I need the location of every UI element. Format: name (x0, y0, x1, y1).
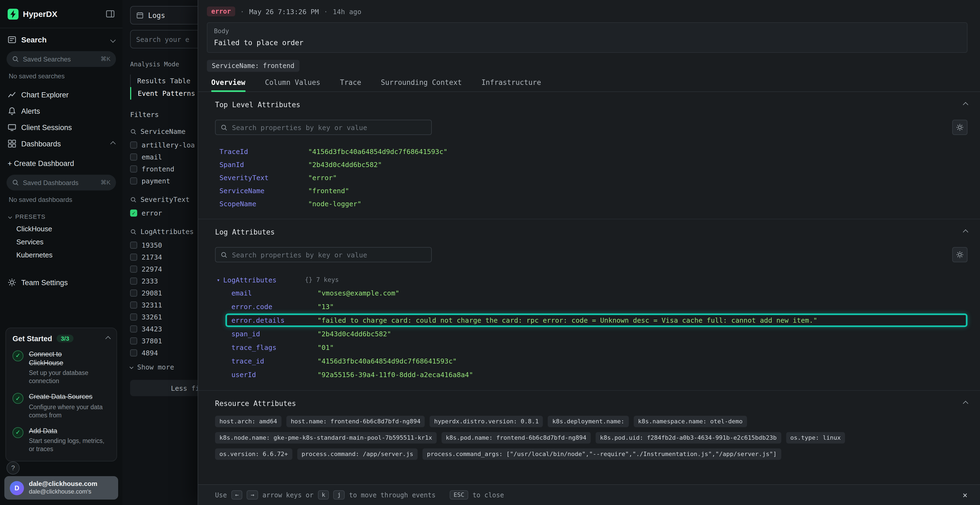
checkbox[interactable] (130, 153, 137, 160)
get-started-item[interactable]: Create Data Sources Configure where your… (13, 393, 110, 419)
filter-option-label: error (142, 209, 162, 217)
source-label: Logs (148, 11, 165, 19)
attribute-value[interactable]: "2b43d0c4dd6bc582" (308, 160, 382, 168)
attribute-key[interactable]: SpanId (220, 160, 308, 168)
attribute-value[interactable]: "failed to charge card: could not charge… (317, 316, 817, 324)
preset-clickhouse[interactable]: ClickHouse (0, 222, 123, 235)
gear-icon (956, 124, 964, 131)
attribute-key[interactable]: SeverityText (220, 173, 308, 181)
attribute-value[interactable]: "frontend" (308, 186, 349, 195)
sidebar-item-client-sessions[interactable]: Client Sessions (0, 119, 123, 135)
checkbox[interactable] (130, 277, 137, 284)
resource-attribute-chip[interactable]: os.version: 6.6.72+ (215, 448, 293, 460)
checkbox[interactable] (130, 177, 137, 184)
attribute-value[interactable]: "4156d3fbc40a64854d9dc7f68641593c" (308, 147, 447, 156)
sidebar-item-chart-explorer[interactable]: Chart Explorer (0, 87, 123, 103)
event-relative-time: 14h ago (332, 7, 361, 16)
checkbox[interactable] (130, 349, 137, 356)
user-menu[interactable]: D dale@clickhouse.com dale@clickhouse.co… (4, 476, 118, 500)
resource-attribute-chip[interactable]: hyperdx.distro.version: 0.8.1 (430, 416, 543, 427)
checkbox[interactable] (130, 253, 137, 260)
resource-attribute-chip[interactable]: k8s.node.name: gke-pme-k8s-standard-main… (215, 432, 436, 443)
checkbox[interactable] (130, 265, 137, 272)
attribute-value[interactable]: "error" (308, 173, 337, 181)
footer-text: to close (473, 491, 504, 499)
presets-toggle[interactable]: PRESETS (0, 207, 123, 222)
resource-attribute-chip[interactable]: host.name: frontend-6b6c8d7bfd-ng894 (286, 416, 425, 427)
attribute-value[interactable]: "13" (317, 303, 334, 311)
search-section-icon (8, 35, 16, 44)
shortcut-badge: ⌘K (100, 179, 111, 186)
resource-attribute-chip[interactable]: process.command: /app/server.js (297, 448, 418, 460)
settings-gear-button[interactable] (952, 247, 967, 262)
collapse-sidebar-icon[interactable] (106, 9, 115, 19)
attribute-value[interactable]: "4156d3fbc40a64854d9dc7f68641593c" (317, 357, 457, 365)
attribute-value[interactable]: "vmoses@example.com" (317, 289, 399, 297)
sidebar-item-dashboards[interactable]: Dashboards (0, 135, 123, 152)
sidebar-item-team-settings[interactable]: Team Settings (0, 274, 123, 291)
attribute-value[interactable]: "node-logger" (308, 199, 361, 208)
top-level-search-input[interactable]: Search properties by key or value (215, 120, 432, 135)
checkbox[interactable] (130, 165, 137, 172)
resource-attribute-chips: host.arch: amd64 host.name: frontend-6b6… (215, 416, 917, 460)
preset-services[interactable]: Services (0, 235, 123, 248)
attribute-key[interactable]: trace_flags (231, 343, 317, 351)
attribute-row: ScopeName"node-logger" (220, 197, 967, 210)
resource-attribute-chip[interactable]: k8s.pod.uid: f284fb2d-a0b3-4634-991b-e2c… (596, 432, 781, 443)
attribute-key[interactable]: trace_id (231, 357, 317, 365)
get-started-item[interactable]: Connect to ClickHouse Set up your databa… (13, 351, 110, 385)
checkbox[interactable] (130, 289, 137, 296)
checkbox[interactable] (130, 325, 137, 332)
attribute-value[interactable]: "2b43d0c4dd6bc582" (317, 330, 391, 338)
attribute-key[interactable]: error.code (231, 303, 317, 311)
checkbox[interactable] (130, 241, 137, 248)
attribute-value[interactable]: "92a55156-39a4-11f0-8ddd-a2eca416a8a4" (317, 371, 473, 379)
section-log-attributes[interactable]: Log Attributes (215, 219, 967, 236)
resource-attribute-chip[interactable]: host.arch: amd64 (215, 416, 282, 427)
tab-surrounding-context[interactable]: Surrounding Context (381, 78, 462, 91)
attribute-key[interactable]: TraceId (220, 147, 308, 156)
attribute-key[interactable]: span_id (231, 330, 317, 338)
section-top-level-attributes[interactable]: Top Level Attributes (215, 92, 967, 109)
checkbox-checked[interactable] (130, 209, 137, 216)
tab-column-values[interactable]: Column Values (265, 78, 320, 91)
service-name-chip[interactable]: ServiceName: frontend (207, 60, 299, 72)
get-started-header[interactable]: Get Started 3/3 (13, 335, 110, 343)
expand-caret-icon[interactable]: ▾ (217, 277, 220, 283)
log-attributes-search-input[interactable]: Search properties by key or value (215, 247, 432, 262)
nav-label: Alerts (21, 107, 40, 115)
tab-infrastructure[interactable]: Infrastructure (481, 78, 541, 91)
attribute-key[interactable]: userId (231, 371, 317, 379)
attribute-key[interactable]: ScopeName (220, 199, 308, 208)
resource-attribute-chip[interactable]: k8s.pod.name: frontend-6b6c8d7bfd-ng894 (441, 432, 591, 443)
tab-trace[interactable]: Trace (340, 78, 361, 91)
sidebar-item-alerts[interactable]: Alerts (0, 103, 123, 119)
attribute-key[interactable]: email (231, 289, 317, 297)
tree-root[interactable]: ▾ LogAttributes {} 7 keys (217, 273, 967, 286)
attribute-key[interactable]: error.details (231, 316, 317, 324)
checkbox[interactable] (130, 141, 137, 148)
resource-attribute-chip[interactable]: os.type: linux (786, 432, 845, 443)
sidebar-section-search[interactable]: Search (0, 29, 123, 50)
tree-root-key[interactable]: LogAttributes (223, 276, 305, 284)
attribute-key[interactable]: ServiceName (220, 186, 308, 195)
detail-footer: Use ← → arrow keys or k j to move throug… (198, 484, 980, 505)
get-started-item[interactable]: Add Data Start sending logs, metrics, or… (13, 427, 110, 453)
create-dashboard-button[interactable]: + Create Dashboard (0, 155, 123, 172)
filter-option-label: payment (142, 176, 170, 185)
resource-attribute-chip[interactable]: k8s.namespace.name: otel-demo (634, 416, 747, 427)
saved-dashboards-input[interactable]: Saved Dashboards ⌘K (6, 175, 116, 191)
checkbox[interactable] (130, 313, 137, 320)
preset-kubernetes[interactable]: Kubernetes (0, 248, 123, 261)
resource-attribute-chip[interactable]: process.command_args: ["/usr/local/bin/n… (423, 448, 781, 460)
checkbox[interactable] (130, 301, 137, 308)
saved-searches-input[interactable]: Saved Searches ⌘K (6, 51, 116, 67)
tab-overview[interactable]: Overview (211, 78, 245, 91)
resource-attribute-chip[interactable]: k8s.deployment.name: (548, 416, 629, 427)
close-icon[interactable]: × (963, 490, 967, 500)
settings-gear-button[interactable] (952, 120, 967, 135)
attribute-value[interactable]: "01" (317, 343, 334, 351)
checkbox[interactable] (130, 337, 137, 344)
help-button[interactable]: ? (6, 462, 20, 475)
section-resource-attributes[interactable]: Resource Attributes (215, 391, 967, 408)
